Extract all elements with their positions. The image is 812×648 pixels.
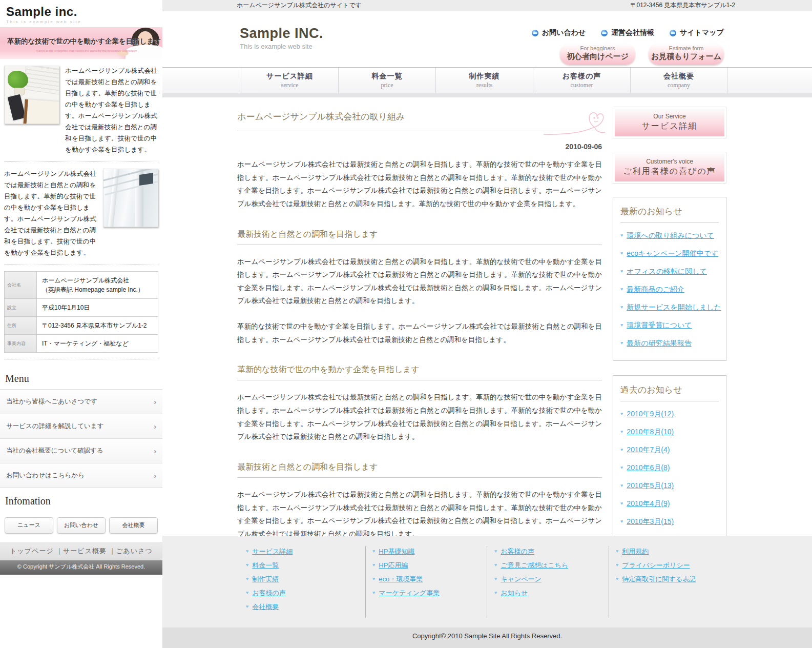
heart-bullet-icon: ♥ [620,429,623,434]
footer-link-item: ♥HP基礎知識 [372,545,440,559]
footer-link[interactable]: eco・環境事業 [379,575,423,583]
news-link[interactable]: ecoキャンペーン開催中です [627,249,718,257]
footer-link[interactable]: 制作実績 [252,575,279,583]
contact-link[interactable]: お問い合わせ [532,28,586,37]
business-label: 事業内容 [5,335,37,353]
footer-link[interactable]: お客様の声 [252,589,286,597]
footer-link-item: ♥料金一覧 [246,559,293,573]
archive-link-item: ♥2010年7月(4) [620,441,719,459]
footer-link[interactable]: HP応用編 [379,561,408,569]
archive-link[interactable]: 2010年5月(13) [627,481,674,490]
contact-button[interactable]: お問い合わせ [57,517,106,534]
footer-link-item: ♥ご意見ご感想はこちら [494,559,568,573]
footer-link[interactable]: 利用規約 [622,548,649,555]
footer-link[interactable]: 特定商取引に関する表記 [622,575,696,583]
news-link-item: ♥環境賞受賞について [620,316,719,334]
footer-link-item: ♥マーケティング事業 [372,586,440,600]
footer-link[interactable]: ご意見ご感想はこちら [501,561,568,569]
news-link[interactable]: 環境賞受賞について [627,321,692,329]
news-button[interactable]: ニュース [5,517,53,534]
nav-item-customer[interactable]: お客様の声 customer [533,68,630,93]
mini-footer-links[interactable]: トップページ ｜サービス概要 ｜ごあいさつ [0,542,162,560]
footer-link[interactable]: お客様の声 [501,548,534,555]
heart-bullet-icon: ♥ [620,322,623,328]
footer-link[interactable]: 料金一覧 [252,561,279,569]
table-row: 住所 〒012-3456 見本県見本市サンプル1-2 [5,317,158,335]
nav-label: サービス詳細 [241,72,338,81]
operating-company-link[interactable]: 運営会社情報 [601,28,654,37]
nav-label: お客様の声 [533,72,630,81]
news-link[interactable]: 最新商品のご紹介 [627,285,684,293]
nav-sublabel: company [631,82,727,89]
postal-address: 〒012-3456 見本県見本市サンプル1-2 [630,1,735,10]
news-link[interactable]: オフィスの移転に関して [627,267,707,275]
nav-item-company[interactable]: 会社概要 company [630,68,727,93]
latest-news-box: 最新のお知らせ ♥環境への取り組みについて ♥ecoキャンペーン開催中です ♥オ… [613,197,726,361]
footer-divider [487,546,487,618]
nav-sublabel: service [241,82,338,89]
nav-sublabel: customer [533,82,630,89]
service-banner-label: サービス詳細 [615,121,724,132]
site-logo[interactable]: Sample INC. This is example web site [240,26,323,50]
service-banner[interactable]: Our Service サービス詳細 [613,107,726,138]
mini-logo-tagline: This is example web site [6,19,162,24]
news-link[interactable]: 新規サービスを開始しました [627,303,721,311]
estimate-form-button[interactable]: Estimate form お見積もりフォーム [649,44,724,65]
news-link-item: ♥環境への取り組みについて [620,227,719,245]
footer-link-item: ♥お客様の声 [246,586,293,600]
archive-link[interactable]: 2010年8月(10) [627,428,674,436]
footer-link-item: ♥プライバシーポリシー [616,559,696,573]
menu-item-contact[interactable]: お問い合わせはこちらから › [0,463,162,488]
company-button[interactable]: 会社概要 [109,517,158,534]
contact-link-label: お問い合わせ [542,28,586,37]
information-heading: Infomation [0,488,162,512]
heart-bullet-icon: ♥ [620,340,623,346]
footer-link[interactable]: お知らせ [501,589,528,597]
footer-link[interactable]: 会社概要 [252,603,279,611]
footer-link[interactable]: サービス詳細 [252,548,293,555]
news-link-item: ♥最新商品のご紹介 [620,280,719,298]
footer-column-4: ♥利用規約 ♥プライバシーポリシー ♥特定商取引に関する表記 [616,545,696,586]
archive-link[interactable]: 2010年9月(12) [627,410,674,418]
news-link[interactable]: 環境への取り組みについて [627,231,714,239]
archive-link-item: ♥2010年5月(13) [620,477,719,495]
archive-box: 過去のお知らせ ♥2010年9月(12) ♥2010年8月(10) ♥2010年… [613,375,726,539]
footer-link[interactable]: マーケティング事業 [379,589,440,597]
footer-link-item: ♥サービス詳細 [246,545,293,559]
menu-heading: Menu [0,366,162,390]
sitemap-link[interactable]: サイトマップ [670,28,724,37]
archive-link[interactable]: 2010年4月(9) [627,499,670,508]
news-link-item: ♥オフィスの移転に関して [620,262,719,280]
intro-block-1: ホームページサンプル株式会社では最新技術と自然との調和を目指します。革新的な技術… [4,66,158,155]
footer-link[interactable]: HP基礎知識 [379,548,414,555]
footer-link[interactable]: キャンペーン [501,575,542,583]
beginners-page-button[interactable]: For begginers 初心者向けページ [560,44,635,65]
nav-item-price[interactable]: 料金一覧 price [338,68,435,93]
nav-item-results[interactable]: 制作実績 results [435,68,533,93]
nav-cells: サービス詳細 service 料金一覧 price 制作実績 results お… [241,68,812,93]
archive-link[interactable]: 2010年3月(15) [627,517,674,525]
news-link-item: ♥新規サービスを開始しました [620,298,719,316]
menu-item-service[interactable]: サービスの詳細を解説しています › [0,414,162,439]
customer-voice-banner[interactable]: Customer's voice ご利用者様の喜びの声 [613,152,726,184]
heart-bullet-icon: ♥ [494,576,497,581]
news-link-item: ♥最新の研究結果報告 [620,334,719,352]
article-paragraph: ホームページサンプル株式会社では最新技術と自然との調和を目指します。革新的な技術… [237,488,602,541]
menu-item-greeting[interactable]: 当社から皆様へごあいさつです › [0,390,162,414]
divider [620,222,719,223]
address-label: 住所 [5,317,37,335]
footer-link-item: ♥お客様の声 [494,545,568,559]
archive-link[interactable]: 2010年7月(4) [627,445,670,454]
dotted-divider [4,359,158,359]
archive-link[interactable]: 2010年6月(8) [627,463,670,472]
footer-link[interactable]: プライバシーポリシー [622,561,690,569]
footer-link-item: ♥特定商取引に関する表記 [616,573,696,586]
menu-item-company[interactable]: 当社の会社概要について確認する › [0,439,162,463]
beginners-button-subtitle: For begginers [560,45,635,51]
heart-bullet-icon: ♥ [620,305,623,310]
heart-doodle-icon [544,108,605,136]
nav-item-service[interactable]: サービス詳細 service [241,68,338,93]
customer-banner-subtitle: Customer's voice [615,158,724,165]
article-paragraph: 革新的な技術で世の中を動かす企業を目指します。ホームページサンプル株式会社では最… [237,320,602,346]
news-link[interactable]: 最新の研究結果報告 [627,339,691,347]
